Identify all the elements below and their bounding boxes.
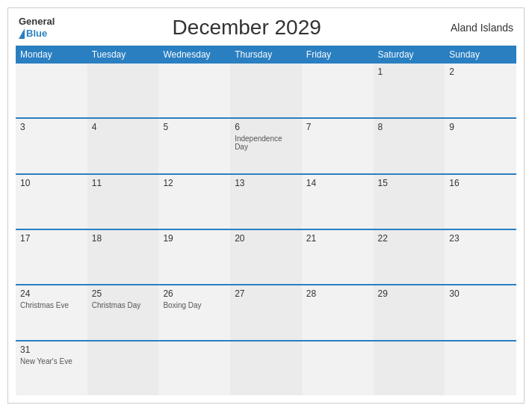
day-cell: 30 bbox=[445, 285, 516, 339]
day-cell: 16 bbox=[445, 175, 516, 229]
day-cell: 27 bbox=[230, 285, 302, 339]
day-number: 8 bbox=[378, 122, 441, 132]
day-headers: MondayTuesdayWednesdayThursdayFridaySatu… bbox=[16, 46, 516, 64]
day-cell: 20 bbox=[230, 230, 302, 284]
day-number: 14 bbox=[306, 178, 369, 188]
day-number: 17 bbox=[20, 233, 83, 244]
day-cell: 22 bbox=[374, 230, 445, 284]
day-header-thursday: Thursday bbox=[230, 46, 302, 64]
event-label: Independence Day bbox=[235, 135, 297, 151]
day-cell bbox=[16, 64, 87, 117]
day-cell bbox=[302, 342, 374, 395]
day-header-friday: Friday bbox=[302, 46, 374, 64]
day-cell bbox=[302, 64, 374, 117]
day-cell: 10 bbox=[16, 175, 87, 229]
day-cell: 11 bbox=[87, 175, 159, 229]
day-cell bbox=[158, 342, 230, 395]
day-number: 30 bbox=[449, 288, 512, 299]
week-row-3: 10111213141516 bbox=[16, 173, 516, 229]
day-cell: 21 bbox=[302, 230, 374, 284]
week-row-1: 12 bbox=[16, 64, 516, 117]
day-number: 9 bbox=[449, 122, 512, 132]
day-header-tuesday: Tuesday bbox=[87, 46, 159, 64]
day-cell: 2 bbox=[445, 64, 516, 117]
day-cell bbox=[230, 342, 302, 395]
day-number: 4 bbox=[92, 122, 155, 132]
day-number: 2 bbox=[449, 67, 512, 77]
day-number: 28 bbox=[306, 288, 369, 299]
day-cell bbox=[230, 64, 302, 117]
event-label: Christmas Day bbox=[92, 301, 155, 309]
calendar-header: General Blue December 2029 Aland Islands bbox=[16, 16, 516, 40]
day-cell bbox=[158, 64, 230, 117]
day-cell: 7 bbox=[302, 119, 374, 173]
day-number: 12 bbox=[163, 178, 226, 188]
day-cell: 17 bbox=[16, 230, 87, 284]
day-cell: 18 bbox=[87, 230, 159, 284]
day-cell bbox=[445, 342, 516, 395]
day-cell: 28 bbox=[302, 285, 374, 339]
day-number: 27 bbox=[235, 288, 297, 299]
day-cell: 4 bbox=[87, 119, 159, 173]
day-cell: 29 bbox=[374, 285, 445, 339]
day-cell: 5 bbox=[158, 119, 230, 173]
day-header-wednesday: Wednesday bbox=[158, 46, 230, 64]
day-cell: 8 bbox=[374, 119, 445, 173]
event-label: Christmas Eve bbox=[20, 301, 83, 309]
day-number: 31 bbox=[20, 344, 83, 355]
event-label: Boxing Day bbox=[163, 301, 226, 309]
event-label: New Year's Eve bbox=[20, 357, 83, 365]
day-cell: 23 bbox=[445, 230, 516, 284]
logo-triangle-icon bbox=[19, 28, 25, 39]
day-cell: 31New Year's Eve bbox=[16, 342, 87, 395]
day-cell: 14 bbox=[302, 175, 374, 229]
week-row-4: 17181920212223 bbox=[16, 229, 516, 284]
day-cell bbox=[374, 342, 445, 395]
logo-general-text: General bbox=[19, 16, 55, 28]
weeks: 123456Independence Day789101112131415161… bbox=[16, 64, 516, 395]
day-header-monday: Monday bbox=[16, 46, 87, 64]
day-cell bbox=[87, 64, 159, 117]
day-number: 26 bbox=[163, 288, 226, 299]
day-number: 11 bbox=[92, 178, 155, 188]
day-number: 29 bbox=[378, 288, 441, 299]
day-cell: 15 bbox=[374, 175, 445, 229]
day-cell: 6Independence Day bbox=[230, 119, 302, 173]
week-row-2: 3456Independence Day789 bbox=[16, 117, 516, 173]
day-number: 16 bbox=[449, 178, 512, 188]
day-header-sunday: Sunday bbox=[445, 46, 516, 64]
logo: General Blue bbox=[19, 16, 55, 39]
day-number: 25 bbox=[92, 288, 155, 299]
day-cell: 25Christmas Day bbox=[87, 285, 159, 339]
day-cell: 12 bbox=[158, 175, 230, 229]
day-cell: 26Boxing Day bbox=[158, 285, 230, 339]
day-number: 21 bbox=[306, 233, 369, 244]
day-number: 19 bbox=[163, 233, 226, 244]
day-number: 6 bbox=[235, 122, 297, 132]
day-cell: 24Christmas Eve bbox=[16, 285, 87, 339]
day-number: 24 bbox=[20, 288, 83, 299]
day-number: 23 bbox=[449, 233, 512, 244]
day-number: 15 bbox=[378, 178, 441, 188]
day-cell: 3 bbox=[16, 119, 87, 173]
calendar-grid: MondayTuesdayWednesdayThursdayFridaySatu… bbox=[16, 46, 516, 395]
calendar-container: General Blue December 2029 Aland Islands… bbox=[7, 7, 525, 404]
day-number: 22 bbox=[378, 233, 441, 244]
week-row-6: 31New Year's Eve bbox=[16, 340, 516, 395]
day-number: 1 bbox=[378, 67, 441, 77]
day-number: 3 bbox=[20, 122, 83, 132]
day-header-saturday: Saturday bbox=[374, 46, 445, 64]
week-row-5: 24Christmas Eve25Christmas Day26Boxing D… bbox=[16, 284, 516, 339]
day-cell: 13 bbox=[230, 175, 302, 229]
day-cell: 9 bbox=[445, 119, 516, 173]
day-number: 5 bbox=[163, 122, 226, 132]
day-number: 7 bbox=[306, 122, 369, 132]
day-number: 18 bbox=[92, 233, 155, 244]
day-cell bbox=[87, 342, 159, 395]
region-label: Aland Islands bbox=[439, 22, 513, 34]
month-title: December 2029 bbox=[55, 16, 439, 40]
day-cell: 19 bbox=[158, 230, 230, 284]
logo-blue-text: Blue bbox=[26, 28, 47, 40]
day-number: 10 bbox=[20, 178, 83, 188]
day-number: 20 bbox=[235, 233, 297, 244]
